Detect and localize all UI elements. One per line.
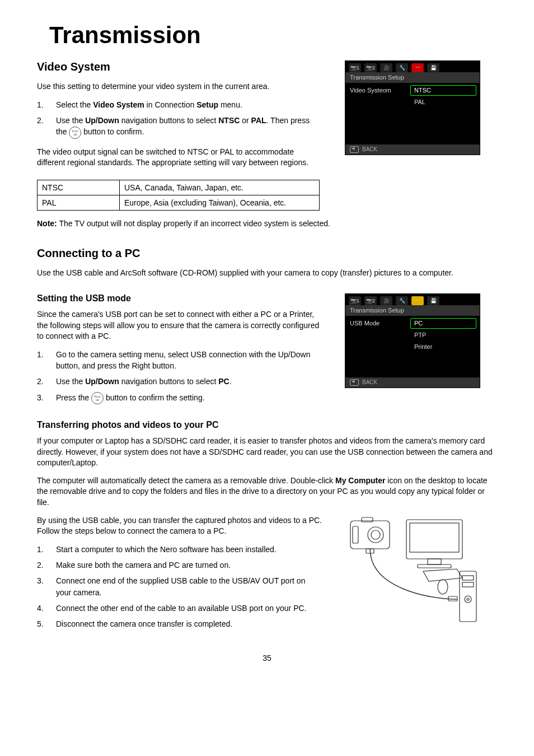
camera-ui-option-ptp: PTP bbox=[410, 330, 476, 340]
svg-rect-4 bbox=[362, 517, 373, 522]
back-label: BACK bbox=[362, 147, 377, 152]
text-bold: My Computer bbox=[335, 476, 385, 485]
camera-tab-transmission: 〰 bbox=[411, 63, 424, 72]
transfer-step-2: Make sure both the camera and PC are tur… bbox=[37, 559, 322, 571]
transfer-step-3: Connect one end of the supplied USB cabl… bbox=[37, 575, 322, 598]
connect-pc-intro: Use the USB cable and ArcSoft software (… bbox=[37, 268, 497, 279]
func-ok-icon: funcok bbox=[91, 392, 104, 404]
svg-rect-5 bbox=[406, 520, 462, 559]
text: Use the bbox=[56, 116, 85, 125]
table-row: PAL Europe, Asia (excluding Taiwan), Oce… bbox=[38, 195, 320, 210]
text: . bbox=[229, 377, 232, 386]
note-text: The TV output will not display properly … bbox=[57, 219, 330, 228]
text-bold: Up/Down bbox=[85, 377, 119, 386]
svg-rect-8 bbox=[418, 564, 451, 568]
text: Select the bbox=[56, 100, 93, 109]
camera-tab-1: 📷1 bbox=[349, 63, 361, 72]
text-bold: PC bbox=[218, 377, 229, 386]
section-connect-pc-title: Connecting to a PC bbox=[37, 247, 497, 260]
camera-tab-sd: 💾 bbox=[427, 63, 439, 72]
region-table: NTSC USA, Canada, Taiwan, Japan, etc. PA… bbox=[37, 180, 320, 211]
text: menu. bbox=[218, 100, 242, 109]
tv-note: Note: The TV output will not display pro… bbox=[37, 218, 497, 230]
camera-tab-wrench: 🔧 bbox=[396, 63, 408, 72]
pc-connection-diagram bbox=[345, 515, 479, 627]
text: button to confirm. bbox=[83, 127, 144, 136]
video-system-note1: The video output signal can be switched … bbox=[37, 147, 322, 169]
transfer-p1: If your computer or Laptop has a SD/SDHC… bbox=[37, 436, 497, 469]
camera-tab-transmission: 〰 bbox=[411, 296, 424, 305]
camera-ui-subheader: Transmission Setup bbox=[345, 305, 480, 316]
transfer-p3: By using the USB cable, you can transfer… bbox=[37, 515, 322, 537]
subsection-transfer-title: Transferring photos and videos to your P… bbox=[37, 420, 497, 430]
usb-mode-intro: Since the camera's USB port can be set t… bbox=[37, 309, 322, 342]
svg-rect-3 bbox=[353, 526, 358, 543]
transfer-step-1: Start a computer to which the Nero softw… bbox=[37, 544, 322, 555]
camera-tab-1: 📷1 bbox=[349, 296, 361, 305]
camera-ui-left-label: Video Systeom bbox=[345, 83, 410, 144]
camera-ui-footer: BACK bbox=[345, 144, 480, 155]
camera-ui-footer: BACK bbox=[345, 377, 480, 388]
camera-tab-wrench: 🔧 bbox=[396, 296, 408, 305]
svg-point-1 bbox=[368, 527, 383, 543]
video-system-step-2: Use the Up/Down navigation buttons to se… bbox=[37, 115, 322, 139]
page-title: Transmission bbox=[37, 22, 497, 48]
camera-tab-video: 🎥 bbox=[380, 63, 392, 72]
text: Press the bbox=[56, 393, 91, 402]
func-ok-icon: funcok bbox=[69, 127, 81, 139]
camera-ui-left-label: USB Mode bbox=[345, 316, 410, 377]
text-bold: Video System bbox=[93, 100, 144, 109]
text: Use the bbox=[56, 377, 85, 386]
region-desc-pal: Europe, Asia (excluding Taiwan), Oceania… bbox=[120, 195, 320, 210]
region-desc-ntsc: USA, Canada, Taiwan, Japan, etc. bbox=[120, 180, 320, 195]
text-bold: NTSC bbox=[218, 116, 240, 125]
transfer-p2: The computer will automatically detect t… bbox=[37, 475, 497, 508]
camera-ui-tabs: 📷1 📷2 🎥 🔧 〰 💾 bbox=[345, 294, 480, 305]
camera-ui-usb-mode: 📷1 📷2 🎥 🔧 〰 💾 Transmission Setup USB Mod… bbox=[345, 293, 480, 388]
text-bold: Up/Down bbox=[85, 116, 119, 125]
text: or bbox=[240, 116, 251, 125]
note-label: Note: bbox=[37, 219, 57, 228]
back-label: BACK bbox=[362, 380, 377, 385]
camera-tab-2: 📷2 bbox=[364, 296, 377, 305]
usb-mode-step-1: Go to the camera setting menu, select US… bbox=[37, 349, 322, 372]
camera-ui-video-system: 📷1 📷2 🎥 🔧 〰 💾 Transmission Setup Video S… bbox=[345, 60, 480, 155]
camera-ui-subheader: Transmission Setup bbox=[345, 72, 480, 83]
svg-rect-11 bbox=[462, 576, 474, 580]
camera-tab-video: 🎥 bbox=[380, 296, 392, 305]
svg-rect-6 bbox=[410, 523, 459, 552]
svg-point-9 bbox=[438, 580, 448, 594]
text: navigation buttons to select bbox=[119, 377, 218, 386]
camera-ui-option-pc: PC bbox=[410, 318, 476, 329]
text: button to confirm the setting. bbox=[106, 393, 205, 402]
page-number: 35 bbox=[37, 654, 497, 662]
text: in Connection bbox=[144, 100, 196, 109]
camera-ui-option-printer: Printer bbox=[410, 342, 476, 352]
subsection-usb-mode-title: Setting the USB mode bbox=[37, 293, 322, 304]
text-bold: PAL bbox=[251, 116, 266, 125]
camera-ui-option-pal: PAL bbox=[410, 97, 476, 108]
region-label-pal: PAL bbox=[38, 195, 120, 210]
svg-point-13 bbox=[465, 596, 471, 603]
region-label-ntsc: NTSC bbox=[38, 180, 120, 195]
back-icon bbox=[350, 379, 359, 386]
text-bold: Setup bbox=[196, 100, 218, 109]
video-system-intro: Use this setting to determine your video… bbox=[37, 81, 322, 92]
svg-point-2 bbox=[371, 530, 380, 539]
usb-mode-step-2: Use the Up/Down navigation buttons to se… bbox=[37, 376, 322, 387]
section-video-system-title: Video System bbox=[37, 60, 322, 73]
transfer-step-4: Connect the other end of the cable to an… bbox=[37, 603, 322, 614]
camera-ui-option-ntsc: NTSC bbox=[410, 85, 476, 96]
table-row: NTSC USA, Canada, Taiwan, Japan, etc. bbox=[38, 180, 320, 195]
text: The computer will automatically detect t… bbox=[37, 476, 335, 485]
back-icon bbox=[350, 146, 359, 153]
usb-mode-step-3: Press the funcok button to confirm the s… bbox=[37, 392, 322, 404]
svg-rect-7 bbox=[428, 559, 441, 564]
camera-tab-sd: 💾 bbox=[427, 296, 439, 305]
camera-tab-2: 📷2 bbox=[364, 63, 377, 72]
svg-rect-12 bbox=[462, 582, 474, 587]
transfer-step-5: Disconnect the camera once transfer is c… bbox=[37, 618, 322, 629]
video-system-step-1: Select the Video System in Connection Se… bbox=[37, 99, 322, 110]
camera-ui-tabs: 📷1 📷2 🎥 🔧 〰 💾 bbox=[345, 61, 480, 72]
svg-point-14 bbox=[467, 598, 469, 600]
